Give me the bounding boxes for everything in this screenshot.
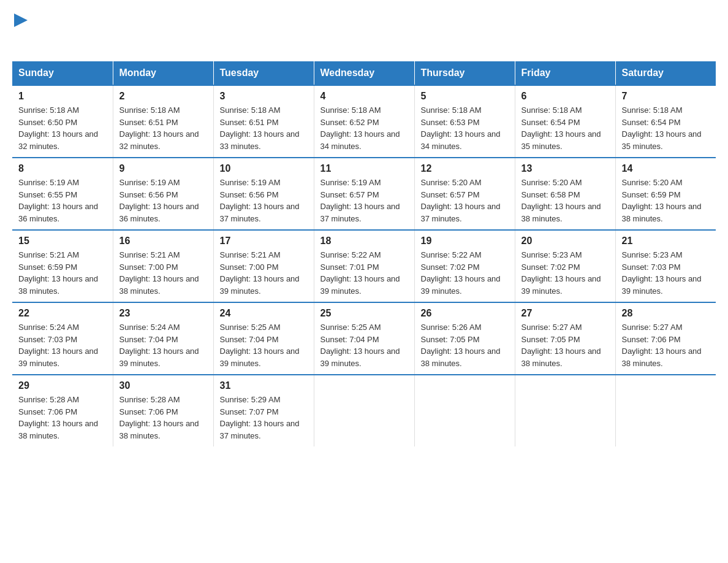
weekday-header-monday: Monday	[113, 61, 213, 85]
day-number: 13	[521, 163, 609, 174]
day-info: Sunrise: 5:27 AM Sunset: 7:06 PM Dayligh…	[622, 321, 710, 369]
weekday-header-sunday: Sunday	[12, 61, 113, 85]
logo-arrow-icon	[14, 13, 28, 27]
calendar-header: SundayMondayTuesdayWednesdayThursdayFrid…	[12, 61, 716, 85]
day-info: Sunrise: 5:18 AM Sunset: 6:53 PM Dayligh…	[421, 104, 509, 152]
day-number: 31	[220, 380, 308, 391]
day-info: Sunrise: 5:21 AM Sunset: 7:00 PM Dayligh…	[220, 249, 308, 297]
calendar-cell: 2 Sunrise: 5:18 AM Sunset: 6:51 PM Dayli…	[113, 85, 213, 158]
calendar-cell: 24 Sunrise: 5:25 AM Sunset: 7:04 PM Dayl…	[213, 302, 314, 375]
day-info: Sunrise: 5:28 AM Sunset: 7:06 PM Dayligh…	[119, 394, 207, 442]
day-info: Sunrise: 5:28 AM Sunset: 7:06 PM Dayligh…	[18, 394, 107, 442]
calendar-week-row: 8 Sunrise: 5:19 AM Sunset: 6:55 PM Dayli…	[12, 158, 716, 230]
day-info: Sunrise: 5:19 AM Sunset: 6:55 PM Dayligh…	[18, 177, 107, 224]
calendar-cell: 19 Sunrise: 5:22 AM Sunset: 7:02 PM Dayl…	[414, 230, 515, 302]
calendar-cell: 7 Sunrise: 5:18 AM Sunset: 6:54 PM Dayli…	[615, 85, 716, 158]
day-info: Sunrise: 5:18 AM Sunset: 6:50 PM Dayligh…	[18, 104, 107, 152]
day-info: Sunrise: 5:25 AM Sunset: 7:04 PM Dayligh…	[320, 321, 408, 369]
day-number: 15	[18, 236, 107, 247]
day-number: 25	[320, 308, 408, 319]
calendar-cell: 21 Sunrise: 5:23 AM Sunset: 7:03 PM Dayl…	[615, 230, 716, 302]
day-info: Sunrise: 5:21 AM Sunset: 7:00 PM Dayligh…	[119, 249, 207, 297]
day-number: 27	[521, 308, 609, 319]
calendar-cell: 15 Sunrise: 5:21 AM Sunset: 6:59 PM Dayl…	[12, 230, 113, 302]
day-number: 12	[421, 163, 509, 174]
calendar-cell: 10 Sunrise: 5:19 AM Sunset: 6:56 PM Dayl…	[213, 158, 314, 230]
calendar-cell: 4 Sunrise: 5:18 AM Sunset: 6:52 PM Dayli…	[314, 85, 414, 158]
calendar-cell	[615, 375, 716, 446]
calendar-week-row: 1 Sunrise: 5:18 AM Sunset: 6:50 PM Dayli…	[12, 85, 716, 158]
day-info: Sunrise: 5:18 AM Sunset: 6:51 PM Dayligh…	[119, 104, 207, 152]
calendar-cell: 28 Sunrise: 5:27 AM Sunset: 7:06 PM Dayl…	[615, 302, 716, 375]
calendar-cell: 6 Sunrise: 5:18 AM Sunset: 6:54 PM Dayli…	[515, 85, 615, 158]
weekday-header-saturday: Saturday	[615, 61, 716, 85]
calendar-cell: 14 Sunrise: 5:20 AM Sunset: 6:59 PM Dayl…	[615, 158, 716, 230]
day-number: 22	[18, 308, 107, 319]
day-info: Sunrise: 5:24 AM Sunset: 7:04 PM Dayligh…	[119, 321, 207, 369]
day-number: 8	[18, 163, 107, 174]
day-info: Sunrise: 5:27 AM Sunset: 7:05 PM Dayligh…	[521, 321, 609, 369]
calendar-cell: 20 Sunrise: 5:23 AM Sunset: 7:02 PM Dayl…	[515, 230, 615, 302]
calendar-cell: 29 Sunrise: 5:28 AM Sunset: 7:06 PM Dayl…	[12, 375, 113, 446]
calendar-cell	[314, 375, 414, 446]
day-number: 5	[421, 91, 509, 102]
svg-marker-0	[14, 13, 28, 27]
calendar-cell: 22 Sunrise: 5:24 AM Sunset: 7:03 PM Dayl…	[12, 302, 113, 375]
day-number: 7	[622, 91, 710, 102]
day-info: Sunrise: 5:25 AM Sunset: 7:04 PM Dayligh…	[220, 321, 308, 369]
day-number: 10	[220, 163, 308, 174]
day-info: Sunrise: 5:18 AM Sunset: 6:51 PM Dayligh…	[220, 104, 308, 152]
calendar-cell: 23 Sunrise: 5:24 AM Sunset: 7:04 PM Dayl…	[113, 302, 213, 375]
calendar-cell: 17 Sunrise: 5:21 AM Sunset: 7:00 PM Dayl…	[213, 230, 314, 302]
day-info: Sunrise: 5:22 AM Sunset: 7:02 PM Dayligh…	[421, 249, 509, 297]
day-number: 20	[521, 236, 609, 247]
calendar-cell: 9 Sunrise: 5:19 AM Sunset: 6:56 PM Dayli…	[113, 158, 213, 230]
calendar-cell: 11 Sunrise: 5:19 AM Sunset: 6:57 PM Dayl…	[314, 158, 414, 230]
day-number: 9	[119, 163, 207, 174]
day-info: Sunrise: 5:18 AM Sunset: 6:52 PM Dayligh…	[320, 104, 408, 152]
calendar-cell: 27 Sunrise: 5:27 AM Sunset: 7:05 PM Dayl…	[515, 302, 615, 375]
day-info: Sunrise: 5:20 AM Sunset: 6:59 PM Dayligh…	[622, 177, 710, 224]
day-info: Sunrise: 5:19 AM Sunset: 6:57 PM Dayligh…	[320, 177, 408, 224]
day-info: Sunrise: 5:19 AM Sunset: 6:56 PM Dayligh…	[220, 177, 308, 224]
day-number: 18	[320, 236, 408, 247]
day-info: Sunrise: 5:26 AM Sunset: 7:05 PM Dayligh…	[421, 321, 509, 369]
calendar-cell: 25 Sunrise: 5:25 AM Sunset: 7:04 PM Dayl…	[314, 302, 414, 375]
weekday-header-tuesday: Tuesday	[213, 61, 314, 85]
day-info: Sunrise: 5:19 AM Sunset: 6:56 PM Dayligh…	[119, 177, 207, 224]
calendar-cell	[414, 375, 515, 446]
day-number: 19	[421, 236, 509, 247]
day-number: 28	[622, 308, 710, 319]
day-number: 4	[320, 91, 408, 102]
day-number: 14	[622, 163, 710, 174]
day-info: Sunrise: 5:22 AM Sunset: 7:01 PM Dayligh…	[320, 249, 408, 297]
calendar-cell: 1 Sunrise: 5:18 AM Sunset: 6:50 PM Dayli…	[12, 85, 113, 158]
calendar-week-row: 29 Sunrise: 5:28 AM Sunset: 7:06 PM Dayl…	[12, 375, 716, 446]
calendar-cell	[515, 375, 615, 446]
weekday-header-wednesday: Wednesday	[314, 61, 414, 85]
day-number: 3	[220, 91, 308, 102]
day-number: 24	[220, 308, 308, 319]
day-info: Sunrise: 5:18 AM Sunset: 6:54 PM Dayligh…	[622, 104, 710, 152]
weekday-header-friday: Friday	[515, 61, 615, 85]
calendar-cell: 26 Sunrise: 5:26 AM Sunset: 7:05 PM Dayl…	[414, 302, 515, 375]
logo	[12, 12, 28, 50]
calendar-cell: 31 Sunrise: 5:29 AM Sunset: 7:07 PM Dayl…	[213, 375, 314, 446]
calendar-week-row: 22 Sunrise: 5:24 AM Sunset: 7:03 PM Dayl…	[12, 302, 716, 375]
calendar-cell: 5 Sunrise: 5:18 AM Sunset: 6:53 PM Dayli…	[414, 85, 515, 158]
day-number: 1	[18, 91, 107, 102]
day-info: Sunrise: 5:21 AM Sunset: 6:59 PM Dayligh…	[18, 249, 107, 297]
calendar-table: SundayMondayTuesdayWednesdayThursdayFrid…	[12, 61, 716, 446]
day-number: 26	[421, 308, 509, 319]
day-info: Sunrise: 5:24 AM Sunset: 7:03 PM Dayligh…	[18, 321, 107, 369]
day-number: 17	[220, 236, 308, 247]
calendar-cell: 12 Sunrise: 5:20 AM Sunset: 6:57 PM Dayl…	[414, 158, 515, 230]
day-info: Sunrise: 5:20 AM Sunset: 6:57 PM Dayligh…	[421, 177, 509, 224]
calendar-cell: 18 Sunrise: 5:22 AM Sunset: 7:01 PM Dayl…	[314, 230, 414, 302]
calendar-cell: 13 Sunrise: 5:20 AM Sunset: 6:58 PM Dayl…	[515, 158, 615, 230]
weekday-header-thursday: Thursday	[414, 61, 515, 85]
day-number: 30	[119, 380, 207, 391]
day-number: 6	[521, 91, 609, 102]
calendar-cell: 3 Sunrise: 5:18 AM Sunset: 6:51 PM Dayli…	[213, 85, 314, 158]
day-number: 11	[320, 163, 408, 174]
